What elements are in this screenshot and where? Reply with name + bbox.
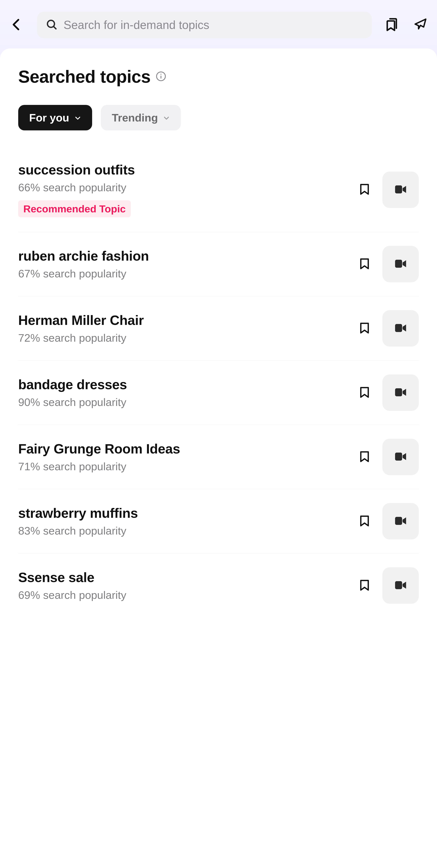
filter-for-you-label: For you bbox=[29, 112, 69, 124]
bookmark-topic-button[interactable] bbox=[355, 383, 374, 402]
bookmark-icon bbox=[358, 578, 371, 594]
video-icon bbox=[393, 515, 408, 528]
topic-popularity: 66% search popularity bbox=[18, 181, 347, 194]
topic-title: Fairy Grunge Room Ideas bbox=[18, 441, 347, 457]
topic-info: Ssense sale69% search popularity bbox=[18, 570, 347, 601]
bookmark-icon bbox=[358, 513, 371, 529]
create-video-button[interactable] bbox=[382, 374, 419, 411]
topic-popularity: 67% search popularity bbox=[18, 267, 347, 280]
video-icon bbox=[393, 579, 408, 592]
topic-row[interactable]: succession outfits66% search popularityR… bbox=[18, 150, 419, 232]
topic-popularity: 90% search popularity bbox=[18, 396, 347, 408]
video-icon bbox=[393, 183, 408, 196]
chevron-down-icon bbox=[163, 112, 170, 124]
topic-info: succession outfits66% search popularityR… bbox=[18, 162, 347, 217]
topic-info: Fairy Grunge Room Ideas71% search popula… bbox=[18, 441, 347, 473]
create-video-button[interactable] bbox=[382, 567, 419, 604]
topic-popularity: 72% search popularity bbox=[18, 332, 347, 344]
topic-title: Herman Miller Chair bbox=[18, 312, 347, 328]
svg-rect-11 bbox=[395, 581, 402, 589]
topic-title: succession outfits bbox=[18, 162, 347, 178]
bookmarks-button[interactable] bbox=[384, 17, 400, 33]
topic-row[interactable]: Fairy Grunge Room Ideas71% search popula… bbox=[18, 425, 419, 489]
video-icon bbox=[393, 258, 408, 271]
bookmark-icon bbox=[358, 182, 371, 198]
svg-line-1 bbox=[54, 26, 56, 29]
svg-point-4 bbox=[160, 74, 161, 75]
filter-trending-label: Trending bbox=[112, 112, 158, 124]
create-video-button[interactable] bbox=[382, 172, 419, 208]
create-video-button[interactable] bbox=[382, 439, 419, 475]
info-button[interactable] bbox=[156, 71, 166, 82]
svg-rect-6 bbox=[395, 260, 402, 268]
bookmark-icon bbox=[358, 256, 371, 272]
bookmark-icon bbox=[358, 320, 371, 337]
app-header: Search for in-demand topics bbox=[0, 0, 437, 38]
bookmark-topic-button[interactable] bbox=[355, 255, 374, 273]
svg-rect-5 bbox=[395, 185, 402, 193]
svg-rect-7 bbox=[395, 324, 402, 332]
search-input[interactable]: Search for in-demand topics bbox=[37, 12, 372, 38]
share-button[interactable] bbox=[413, 17, 428, 33]
topics-list: succession outfits66% search popularityR… bbox=[18, 150, 419, 618]
recommended-badge: Recommended Topic bbox=[18, 200, 131, 217]
bookmark-topic-button[interactable] bbox=[355, 319, 374, 338]
page-title: Searched topics bbox=[18, 67, 151, 87]
topic-row[interactable]: strawberry muffins83% search popularity bbox=[18, 489, 419, 554]
topic-info: ruben archie fashion67% search popularit… bbox=[18, 248, 347, 280]
topic-row[interactable]: bandage dresses90% search popularity bbox=[18, 361, 419, 425]
topic-info: bandage dresses90% search popularity bbox=[18, 377, 347, 408]
video-icon bbox=[393, 386, 408, 399]
topic-popularity: 83% search popularity bbox=[18, 525, 347, 537]
video-icon bbox=[393, 322, 408, 335]
svg-rect-9 bbox=[395, 453, 402, 461]
topic-info: Herman Miller Chair72% search popularity bbox=[18, 312, 347, 344]
create-video-button[interactable] bbox=[382, 310, 419, 347]
bookmark-icon bbox=[358, 449, 371, 465]
topic-info: strawberry muffins83% search popularity bbox=[18, 505, 347, 537]
topic-title: strawberry muffins bbox=[18, 505, 347, 521]
topic-popularity: 69% search popularity bbox=[18, 589, 347, 601]
topic-row[interactable]: ruben archie fashion67% search popularit… bbox=[18, 232, 419, 296]
bookmark-icon bbox=[358, 385, 371, 401]
search-placeholder: Search for in-demand topics bbox=[64, 18, 209, 32]
bookmarks-icon bbox=[385, 17, 400, 33]
topic-popularity: 71% search popularity bbox=[18, 460, 347, 473]
chevron-down-icon bbox=[74, 112, 81, 124]
chevron-left-icon bbox=[9, 17, 24, 33]
create-video-button[interactable] bbox=[382, 246, 419, 282]
topic-title: bandage dresses bbox=[18, 377, 347, 392]
svg-rect-10 bbox=[395, 517, 402, 525]
filter-trending[interactable]: Trending bbox=[101, 105, 181, 130]
bookmark-topic-button[interactable] bbox=[355, 577, 374, 595]
topic-title: Ssense sale bbox=[18, 570, 347, 585]
create-video-button[interactable] bbox=[382, 503, 419, 539]
svg-rect-8 bbox=[395, 388, 402, 396]
bookmark-topic-button[interactable] bbox=[355, 512, 374, 530]
back-button[interactable] bbox=[9, 17, 24, 33]
bookmark-topic-button[interactable] bbox=[355, 448, 374, 466]
topic-row[interactable]: Herman Miller Chair72% search popularity bbox=[18, 296, 419, 361]
share-icon bbox=[413, 17, 428, 33]
topic-title: ruben archie fashion bbox=[18, 248, 347, 264]
content-card: Searched topics For you Trending success… bbox=[0, 49, 437, 850]
info-icon bbox=[156, 79, 166, 82]
filter-for-you[interactable]: For you bbox=[18, 105, 92, 130]
topic-row[interactable]: Ssense sale69% search popularity bbox=[18, 554, 419, 618]
search-icon bbox=[46, 19, 58, 31]
video-icon bbox=[393, 451, 408, 463]
bookmark-topic-button[interactable] bbox=[355, 181, 374, 199]
page-title-row: Searched topics bbox=[18, 67, 419, 87]
filter-row: For you Trending bbox=[18, 105, 419, 130]
